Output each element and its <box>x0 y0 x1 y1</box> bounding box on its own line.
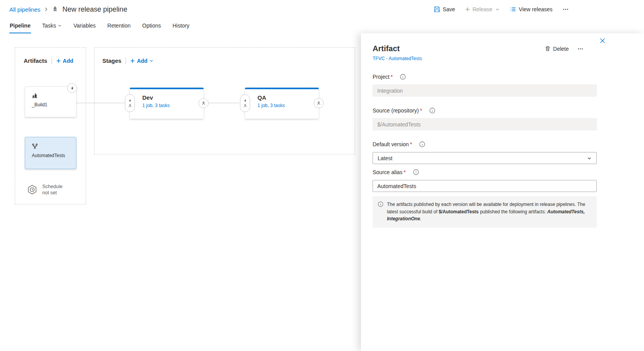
divider <box>52 58 52 64</box>
stages-header: Stages Add <box>95 48 355 64</box>
add-artifact-label: Add <box>63 58 73 64</box>
artifact-name: AutomatedTests <box>32 153 73 158</box>
chevron-down-icon <box>58 24 62 28</box>
artifact-properties-panel: Artifact Delete <box>361 33 644 351</box>
post-deployment-conditions-button[interactable] <box>199 98 209 108</box>
person-icon <box>243 104 247 108</box>
lightning-icon <box>128 99 132 102</box>
ellipsis-icon <box>577 46 584 52</box>
artifact-card-automatedtests[interactable]: AutomatedTests <box>25 137 76 169</box>
list-icon <box>510 6 516 12</box>
view-releases-button[interactable]: View releases <box>507 4 556 15</box>
project-input <box>373 85 597 97</box>
save-icon <box>434 6 440 12</box>
plus-icon <box>130 59 135 63</box>
stages-section: Stages Add <box>94 47 355 154</box>
delete-artifact-button[interactable]: Delete <box>545 46 569 52</box>
connector-artifact-to-dev <box>76 103 124 103</box>
stages-title: Stages <box>102 57 121 64</box>
stage-tasks-link[interactable]: 1 job, 3 tasks <box>257 103 285 108</box>
continuous-deployment-trigger-button[interactable] <box>67 83 77 93</box>
artifact-name: _Build1 <box>32 102 73 107</box>
source-repository-label: Source (repository) <box>373 107 419 114</box>
tab-tasks-label: Tasks <box>42 22 56 29</box>
tab-options-label: Options <box>142 22 161 29</box>
panel-more-button[interactable] <box>577 45 584 53</box>
tab-bar: Pipeline Tasks Variables Retention Optio… <box>0 19 644 33</box>
person-icon <box>128 104 132 108</box>
project-label: Project <box>373 74 390 80</box>
artifacts-header: Artifacts Add <box>15 48 86 64</box>
default-version-field: Default version * Latest <box>373 141 597 164</box>
stage-tasks-link[interactable]: 1 job, 3 tasks <box>142 103 170 108</box>
more-actions-button[interactable] <box>559 4 572 15</box>
note-text: The artifacts published by each version … <box>387 201 591 223</box>
delete-label: Delete <box>553 46 569 52</box>
required-asterisk: * <box>404 169 406 175</box>
lightning-icon <box>243 99 247 102</box>
source-label-row: Source (repository) * <box>373 107 597 114</box>
pre-deployment-conditions-button[interactable] <box>125 94 135 112</box>
pre-deployment-conditions-button[interactable] <box>240 94 250 112</box>
tab-pipeline-label: Pipeline <box>10 22 31 29</box>
rocket-icon <box>52 6 58 12</box>
stage-card-dev[interactable]: Dev 1 job, 3 tasks <box>130 88 204 119</box>
schedule-trigger-button[interactable]: Schedule not set <box>27 183 62 196</box>
required-asterisk: * <box>410 141 412 147</box>
stage-name: Dev <box>142 94 204 101</box>
breadcrumb: All pipelines New release pipeline <box>9 5 127 14</box>
project-label-row: Project * <box>373 74 597 80</box>
pipeline-canvas: Artifacts Add _Build1 <box>0 34 361 351</box>
panel-header: Artifact Delete <box>373 44 597 53</box>
schedule-clock-icon <box>27 184 38 195</box>
divider <box>126 58 126 64</box>
stage-card-qa[interactable]: QA 1 job, 3 tasks <box>245 88 319 119</box>
info-icon[interactable] <box>413 169 419 175</box>
close-panel-button[interactable] <box>598 36 607 45</box>
artifact-card-build1[interactable]: _Build1 <box>25 86 76 117</box>
save-label: Save <box>443 6 455 12</box>
tab-variables[interactable]: Variables <box>73 19 96 33</box>
tab-history-label: History <box>173 22 190 29</box>
artifacts-title: Artifacts <box>24 57 47 64</box>
header: All pipelines New release pipeline Sav <box>0 0 644 19</box>
release-button[interactable]: Release <box>462 4 503 15</box>
lightning-icon <box>70 86 74 90</box>
source-alias-field: Source alias * <box>373 169 597 192</box>
tab-options[interactable]: Options <box>142 19 161 33</box>
add-artifact-button[interactable]: Add <box>56 58 73 64</box>
add-stage-button[interactable]: Add <box>130 58 154 64</box>
breadcrumb-all-pipelines[interactable]: All pipelines <box>9 6 40 13</box>
tab-retention[interactable]: Retention <box>107 19 131 33</box>
stage-body: QA 1 job, 3 tasks <box>245 89 319 108</box>
page-title: New release pipeline <box>62 5 127 14</box>
info-icon[interactable] <box>400 74 406 80</box>
required-asterisk: * <box>420 107 422 114</box>
project-field: Project * <box>373 74 597 97</box>
tab-tasks[interactable]: Tasks <box>42 19 62 33</box>
source-alias-input[interactable] <box>373 180 597 192</box>
tab-history[interactable]: History <box>172 19 190 33</box>
view-releases-label: View releases <box>519 6 552 12</box>
chevron-down-icon <box>495 7 500 12</box>
info-icon <box>378 201 383 207</box>
plus-icon <box>56 59 61 63</box>
trash-icon <box>545 46 551 52</box>
info-icon[interactable] <box>419 141 425 147</box>
panel-title: Artifact <box>373 44 400 53</box>
tab-pipeline[interactable]: Pipeline <box>9 19 31 33</box>
post-deployment-conditions-button[interactable] <box>314 98 324 108</box>
artifact-source-link[interactable]: TFVC - AutomatedTests <box>373 56 422 61</box>
default-version-dropdown[interactable]: Latest <box>373 152 597 164</box>
source-repository-field: Source (repository) * <box>373 107 597 130</box>
command-bar: Save Release View releases <box>431 4 572 15</box>
info-icon[interactable] <box>429 107 435 114</box>
default-version-label: Default version <box>373 141 409 147</box>
panel-actions: Delete <box>545 45 597 53</box>
save-button[interactable]: Save <box>431 4 458 15</box>
source-repository-input <box>373 118 597 130</box>
ellipsis-icon <box>563 6 569 12</box>
tab-variables-label: Variables <box>73 22 95 29</box>
artifact-info-note: The artifacts published by each version … <box>373 196 597 228</box>
required-asterisk: * <box>391 74 393 80</box>
